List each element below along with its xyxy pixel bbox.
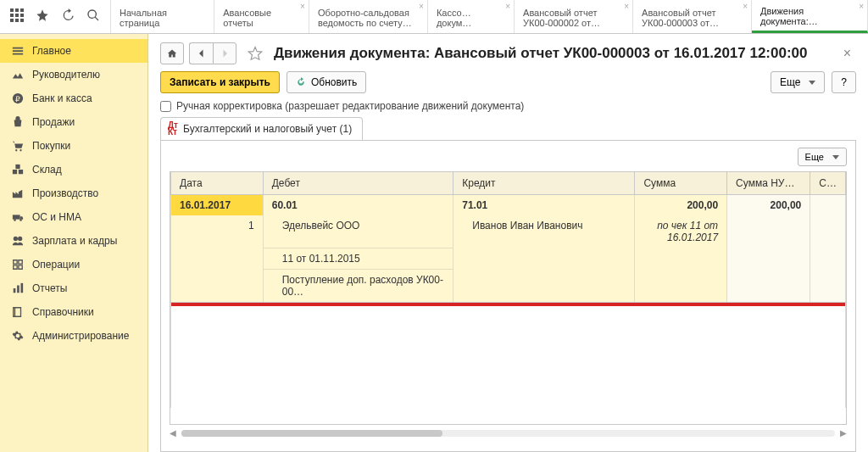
col-date[interactable]: Дата <box>171 172 264 195</box>
tab-label: Движения документа:… <box>760 6 859 26</box>
star-icon[interactable] <box>36 8 49 25</box>
scroll-right-icon[interactable]: ▶ <box>840 428 847 438</box>
close-page-button[interactable]: × <box>838 46 856 61</box>
horizontal-scrollbar[interactable]: ◀ ▶ <box>170 425 847 438</box>
manual-correction-checkbox[interactable] <box>160 101 171 112</box>
sidebar-item-admin[interactable]: Администрирование <box>0 324 147 348</box>
sidebar-item-production[interactable]: Производство <box>0 181 147 205</box>
sidebar-item-catalogs[interactable]: Справочники <box>0 300 147 324</box>
grid-row[interactable]: 1 Эдельвейс ООО Иванов Иван Иванович по … <box>171 215 846 248</box>
sidebar-item-manager[interactable]: Руководителю <box>0 63 147 86</box>
forward-button[interactable] <box>213 42 236 64</box>
top-tab[interactable]: Начальная страница <box>111 0 214 33</box>
grid-toolbar: Еще <box>170 148 847 166</box>
button-label: Обновить <box>311 76 357 88</box>
sidebar-item-bank[interactable]: ₽Банк и касса <box>0 86 147 110</box>
close-icon[interactable]: × <box>624 2 629 11</box>
content: Движения документа: Авансовый отчет УК00… <box>148 34 868 452</box>
close-icon[interactable]: × <box>859 2 864 11</box>
tab-label: Оборотно-сальдовая ведомость по счету… <box>318 8 419 28</box>
back-button[interactable] <box>189 42 213 64</box>
scroll-track[interactable] <box>181 430 835 437</box>
accounting-tab[interactable]: ДтКт Бухгалтерский и налоговый учет (1) <box>160 117 363 140</box>
close-icon[interactable]: × <box>743 2 748 11</box>
manual-correction-label: Ручная корректировка (разрешает редактир… <box>176 100 524 112</box>
button-label: Еще <box>780 76 800 88</box>
svg-rect-5 <box>20 14 24 17</box>
scroll-thumb[interactable] <box>181 430 442 437</box>
cell-date: 16.01.2017 <box>171 195 264 216</box>
top-tab[interactable]: Авансовый отчет УК00-000002 от…× <box>515 0 633 33</box>
col-extra[interactable]: С… <box>810 172 846 195</box>
sidebar-item-purchases[interactable]: Покупки <box>0 134 147 158</box>
top-tab[interactable]: Движения документа:…× <box>752 0 868 33</box>
close-icon[interactable]: × <box>419 2 424 11</box>
refresh-button[interactable]: Обновить <box>287 71 366 93</box>
col-debit[interactable]: Дебет <box>263 172 453 195</box>
close-icon[interactable]: × <box>505 2 510 11</box>
manual-correction-row: Ручная корректировка (разрешает редактир… <box>160 100 856 112</box>
scroll-left-icon[interactable]: ◀ <box>170 428 176 438</box>
cell-debit-sub: 11 от 01.11.2015 <box>263 248 453 269</box>
sidebar-label: Отчеты <box>32 282 67 294</box>
sidebar-item-operations[interactable]: Операции <box>0 253 147 276</box>
svg-point-20 <box>18 237 22 241</box>
top-tab[interactable]: Авансовый отчет УК00-000003 от…× <box>633 0 752 33</box>
page-header: Движения документа: Авансовый отчет УК00… <box>160 42 856 64</box>
svg-rect-0 <box>10 8 14 12</box>
top-tab[interactable]: Кассо… докум…× <box>428 0 515 33</box>
sidebar-label: Операции <box>32 259 80 271</box>
col-credit[interactable]: Кредит <box>453 172 635 195</box>
grid-row[interactable]: 16.01.2017 60.01 71.01 200,00 200,00 <box>171 195 846 216</box>
svg-point-17 <box>14 219 16 221</box>
more-button[interactable]: Еще <box>771 71 825 93</box>
cell-debit: 60.01 <box>263 195 453 216</box>
svg-rect-1 <box>15 8 19 12</box>
grid-wrap[interactable]: Дата Дебет Кредит Сумма Сумма НУ… С… 16.… <box>170 171 847 425</box>
tab-label: Кассо… докум… <box>437 8 505 28</box>
button-label: ? <box>841 76 847 88</box>
cell-debit-sub: Эдельвейс ООО <box>263 215 453 248</box>
sidebar-label: Производство <box>32 187 98 199</box>
sidebar-item-sales[interactable]: Продажи <box>0 110 147 134</box>
home-button[interactable] <box>160 42 184 64</box>
svg-rect-6 <box>10 19 14 22</box>
cell-sumnu: 200,00 <box>727 195 810 216</box>
svg-point-12 <box>19 149 21 151</box>
tab-label: Авансовый отчет УК00-000002 от… <box>523 8 624 28</box>
search-icon[interactable] <box>86 8 100 25</box>
svg-rect-13 <box>13 170 17 174</box>
svg-rect-3 <box>10 14 14 17</box>
col-sum[interactable]: Сумма <box>635 172 727 195</box>
apps-icon[interactable] <box>10 8 24 25</box>
svg-rect-22 <box>17 286 19 293</box>
top-tab[interactable]: Авансовые отчеты× <box>214 0 309 33</box>
sidebar-item-payroll[interactable]: Зарплата и кадры <box>0 229 147 253</box>
svg-rect-21 <box>14 288 16 293</box>
top-bar: Начальная страница Авансовые отчеты× Обо… <box>0 0 868 34</box>
grid-row[interactable]: 11 от 01.11.2015 <box>171 248 846 269</box>
action-row: Записать и закрыть Обновить Еще ? <box>160 71 856 93</box>
sidebar-item-reports[interactable]: Отчеты <box>0 276 147 300</box>
grid-row[interactable]: Поступление доп. расходов УК00-00… <box>171 269 846 302</box>
sidebar-label: Справочники <box>32 306 94 318</box>
sidebar-item-warehouse[interactable]: Склад <box>0 158 147 181</box>
help-button[interactable]: ? <box>832 71 856 93</box>
grid-more-button[interactable]: Еще <box>798 148 847 166</box>
movements-grid: Дата Дебет Кредит Сумма Сумма НУ… С… 16.… <box>170 171 846 408</box>
inner-tab-strip: ДтКт Бухгалтерский и налоговый учет (1) <box>160 117 856 141</box>
sidebar-label: Администрирование <box>32 330 129 342</box>
save-close-button[interactable]: Записать и закрыть <box>160 71 280 93</box>
cell-debit-sub: Поступление доп. расходов УК00-00… <box>263 269 453 302</box>
dk-icon: ДтКт <box>168 122 178 136</box>
tab-label: Бухгалтерский и налоговый учет (1) <box>183 123 352 135</box>
svg-rect-14 <box>19 170 23 174</box>
sidebar-label: Продажи <box>32 116 75 128</box>
sidebar-item-main[interactable]: Главное <box>0 39 147 63</box>
close-icon[interactable]: × <box>300 2 305 11</box>
history-icon[interactable] <box>61 8 75 25</box>
sidebar-item-assets[interactable]: ОС и НМА <box>0 205 147 229</box>
favorite-star-icon[interactable] <box>247 45 264 62</box>
col-sumnu[interactable]: Сумма НУ… <box>727 172 810 195</box>
top-tab[interactable]: Оборотно-сальдовая ведомость по счету…× <box>309 0 428 33</box>
